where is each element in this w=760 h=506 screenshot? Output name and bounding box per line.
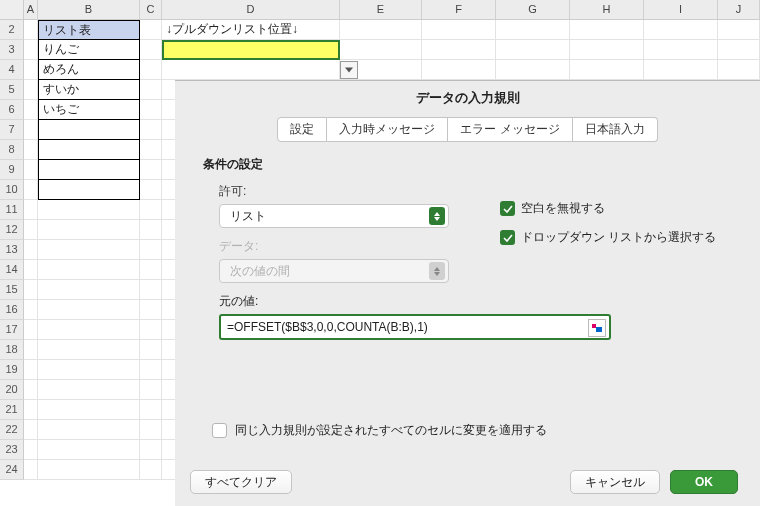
clear-all-button[interactable]: すべてクリア	[190, 470, 292, 494]
cell[interactable]	[24, 220, 38, 240]
cell[interactable]	[496, 60, 570, 80]
cell[interactable]	[38, 140, 140, 160]
cell[interactable]	[24, 320, 38, 340]
cell[interactable]	[140, 460, 162, 480]
range-picker-button[interactable]	[588, 319, 606, 337]
cell[interactable]	[140, 100, 162, 120]
cell[interactable]	[24, 160, 38, 180]
cell[interactable]	[24, 120, 38, 140]
row-head[interactable]: 10	[0, 180, 24, 200]
row-head[interactable]: 2	[0, 20, 24, 40]
allow-select[interactable]: リスト	[219, 204, 449, 228]
col-head-C[interactable]: C	[140, 0, 162, 20]
cell[interactable]	[24, 200, 38, 220]
cell[interactable]	[38, 400, 140, 420]
tab-settings[interactable]: 設定	[277, 117, 327, 142]
cell[interactable]	[38, 240, 140, 260]
row-head[interactable]: 6	[0, 100, 24, 120]
cell[interactable]	[24, 360, 38, 380]
cell[interactable]	[140, 180, 162, 200]
col-head-A[interactable]: A	[24, 0, 38, 20]
row-head[interactable]: 3	[0, 40, 24, 60]
row-head[interactable]: 15	[0, 280, 24, 300]
col-head-E[interactable]: E	[340, 0, 422, 20]
cell[interactable]: めろん	[38, 60, 140, 80]
row-head[interactable]: 5	[0, 80, 24, 100]
row-head[interactable]: 16	[0, 300, 24, 320]
row-head[interactable]: 17	[0, 320, 24, 340]
row-head[interactable]: 8	[0, 140, 24, 160]
row-head[interactable]: 14	[0, 260, 24, 280]
cell[interactable]	[140, 120, 162, 140]
cell[interactable]	[24, 100, 38, 120]
cell[interactable]	[140, 320, 162, 340]
cell[interactable]	[24, 340, 38, 360]
col-head-F[interactable]: F	[422, 0, 496, 20]
cell[interactable]	[24, 440, 38, 460]
cell[interactable]	[140, 160, 162, 180]
cell[interactable]	[570, 20, 644, 40]
cell[interactable]	[644, 40, 718, 60]
cell[interactable]	[140, 400, 162, 420]
cell[interactable]	[718, 40, 760, 60]
cell[interactable]	[644, 20, 718, 40]
cell[interactable]	[38, 440, 140, 460]
cell[interactable]	[38, 160, 140, 180]
cell[interactable]: ↓プルダウンリスト位置↓	[162, 20, 340, 40]
cell[interactable]	[140, 220, 162, 240]
cell[interactable]	[162, 40, 340, 60]
col-head-G[interactable]: G	[496, 0, 570, 20]
cell[interactable]	[24, 60, 38, 80]
cell[interactable]	[140, 40, 162, 60]
row-head[interactable]: 9	[0, 160, 24, 180]
cell[interactable]	[24, 300, 38, 320]
tab-error-alert[interactable]: エラー メッセージ	[448, 117, 572, 142]
cell[interactable]	[140, 340, 162, 360]
select-all-corner[interactable]	[0, 0, 24, 20]
row-head[interactable]: 13	[0, 240, 24, 260]
cell[interactable]	[644, 60, 718, 80]
source-input[interactable]: =OFFSET($B$3,0,0,COUNTA(B:B),1)	[219, 314, 611, 340]
row-head[interactable]: 21	[0, 400, 24, 420]
cell[interactable]	[24, 180, 38, 200]
row-head[interactable]: 4	[0, 60, 24, 80]
cell[interactable]	[38, 420, 140, 440]
dropdown-arrow-icon[interactable]	[340, 61, 358, 79]
cell[interactable]	[38, 180, 140, 200]
cell[interactable]	[38, 120, 140, 140]
cancel-button[interactable]: キャンセル	[570, 470, 660, 494]
apply-same-checkbox[interactable]: 同じ入力規則が設定されたすべてのセルに変更を適用する	[212, 422, 547, 439]
cell[interactable]	[718, 20, 760, 40]
cell[interactable]: りんご	[38, 40, 140, 60]
cell[interactable]	[140, 20, 162, 40]
cell[interactable]	[496, 20, 570, 40]
col-head-H[interactable]: H	[570, 0, 644, 20]
cell[interactable]	[24, 20, 38, 40]
cell[interactable]	[38, 340, 140, 360]
cell[interactable]: リスト表	[38, 20, 140, 40]
cell[interactable]	[162, 60, 340, 80]
cell[interactable]	[24, 460, 38, 480]
cell[interactable]	[422, 20, 496, 40]
cell[interactable]	[38, 200, 140, 220]
cell[interactable]	[38, 260, 140, 280]
col-head-J[interactable]: J	[718, 0, 760, 20]
cell[interactable]	[140, 240, 162, 260]
cell[interactable]	[38, 280, 140, 300]
cell[interactable]	[340, 40, 422, 60]
tab-input-message[interactable]: 入力時メッセージ	[327, 117, 448, 142]
col-head-D[interactable]: D	[162, 0, 340, 20]
cell[interactable]	[24, 260, 38, 280]
cell[interactable]	[140, 60, 162, 80]
cell[interactable]	[422, 60, 496, 80]
cell[interactable]	[24, 40, 38, 60]
ignore-blank-checkbox[interactable]: 空白を無視する	[500, 200, 716, 217]
cell[interactable]	[422, 40, 496, 60]
cell[interactable]	[38, 320, 140, 340]
in-cell-dropdown-checkbox[interactable]: ドロップダウン リストから選択する	[500, 229, 716, 246]
cell[interactable]	[24, 140, 38, 160]
row-head[interactable]: 24	[0, 460, 24, 480]
cell[interactable]	[38, 220, 140, 240]
cell[interactable]	[38, 300, 140, 320]
cell[interactable]	[140, 420, 162, 440]
